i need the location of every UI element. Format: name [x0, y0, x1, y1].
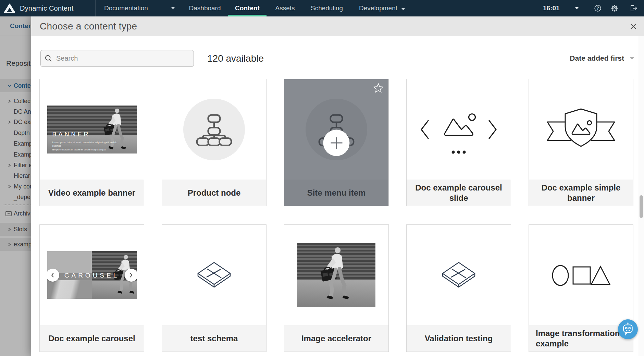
nav-item-content[interactable]: Content: [235, 0, 260, 16]
card-label: Validation testing: [425, 333, 493, 343]
chevron-right-icon: [7, 242, 11, 247]
sidebar-item-label: DC exa: [14, 119, 31, 126]
sidebar-item[interactable]: Depth: [0, 127, 31, 139]
nav-label: Content: [235, 4, 260, 12]
help-icon[interactable]: ?: [592, 0, 604, 16]
content-type-card[interactable]: Product node: [162, 79, 267, 206]
content-type-grid: BANNER Lorem ipsum dolor sit amet consec…: [39, 79, 634, 352]
sidebar-item[interactable]: Slots: [0, 223, 31, 236]
top-bar: Dynamic Content Documentation Dashboard …: [0, 0, 644, 16]
banner-photo: BANNER Lorem ipsum dolor sit amet consec…: [47, 106, 137, 154]
sidebar-divider: [3, 205, 31, 205]
nav-label: Assets: [275, 4, 295, 12]
sidebar-item[interactable]: Collect: [0, 95, 31, 107]
sidebar-item[interactable]: Filter e: [0, 159, 31, 171]
sidebar-item[interactable]: _depe: [0, 191, 31, 203]
modal-title: Choose a content type: [31, 21, 137, 32]
settings-icon[interactable]: [609, 0, 620, 16]
carousel-next-button[interactable]: [125, 269, 137, 282]
nav-item-scheduling[interactable]: Scheduling: [311, 0, 343, 16]
sidebar-item[interactable]: DC exa: [0, 116, 31, 128]
content-type-card[interactable]: BANNER Lorem ipsum dolor sit amet consec…: [39, 79, 144, 206]
card-label: Doc example carousel: [48, 333, 135, 343]
content-type-card[interactable]: Site menu item: [284, 79, 389, 206]
brand: Dynamic Content: [4, 0, 73, 16]
amplience-logo-icon[interactable]: [4, 3, 15, 13]
sidebar-item[interactable]: examp: [0, 238, 31, 251]
chevron-right-icon: [7, 227, 11, 232]
documentation-menu[interactable]: Documentation: [104, 0, 175, 16]
content-type-card[interactable]: Validation testing: [406, 224, 511, 352]
sidebar-item[interactable]: Archiv: [0, 208, 31, 219]
content-type-card[interactable]: test schema: [162, 224, 267, 352]
scrollbar[interactable]: [638, 36, 644, 356]
card-visual: [162, 225, 266, 325]
sidebar-item-label: examp: [14, 241, 31, 248]
chevron-right-icon: [489, 121, 496, 138]
time-menu[interactable]: 16:01: [543, 0, 579, 16]
available-count: 120 available: [207, 50, 264, 67]
banner-copy: Lorem ipsum dolor sit amet consectetur a…: [52, 141, 124, 152]
banner-title: BANNER: [52, 131, 90, 138]
card-label: Doc example carousel slide: [413, 183, 505, 203]
nav-label: Dashboard: [189, 4, 221, 12]
app-window: Dynamic Content Documentation Dashboard …: [0, 0, 644, 356]
svg-text:?: ?: [596, 6, 599, 11]
sidebar-item-label: _depe: [14, 194, 30, 201]
card-visual: [162, 79, 266, 180]
chevron-down-icon: [7, 84, 12, 88]
card-label: Product node: [188, 188, 241, 198]
content-type-card[interactable]: Image accelerator: [284, 224, 389, 352]
sign-out-icon[interactable]: [628, 0, 639, 16]
nav-label: Development: [359, 4, 397, 12]
card-visual: BANNER Lorem ipsum dolor sit amet consec…: [40, 79, 144, 180]
search-input[interactable]: [55, 54, 189, 63]
content-type-card[interactable]: CAROUSEL Doc example carousel: [39, 224, 144, 352]
sidebar-tab-label: Content: [10, 22, 31, 30]
type-icon-circle: [183, 99, 245, 160]
card-visual: [407, 225, 511, 325]
clock-label: 16:01: [543, 4, 560, 12]
card-visual: [284, 225, 388, 325]
add-content-button[interactable]: [323, 130, 350, 156]
sort-dropdown[interactable]: Date added first: [568, 51, 636, 66]
sidebar-item[interactable]: Hierar: [0, 170, 31, 182]
nav-item-assets[interactable]: Assets: [275, 0, 295, 16]
card-label: Video example banner: [48, 188, 135, 198]
modal-header: Choose a content type: [31, 16, 644, 36]
scrollbar-thumb[interactable]: [640, 195, 643, 218]
sidebar-item-label: Hierar: [14, 172, 30, 180]
documentation-label: Documentation: [104, 4, 148, 12]
content-type-card[interactable]: Doc example simple banner: [529, 79, 633, 206]
chat-assistant-button[interactable]: [618, 319, 638, 339]
chevron-down-icon: [171, 7, 175, 9]
schema-diamond-icon: [195, 259, 233, 291]
chevron-down-icon: [630, 57, 634, 60]
sidebar-item[interactable]: Examp: [0, 149, 31, 160]
sort-label: Date added first: [570, 54, 624, 62]
favorite-star-icon[interactable]: [373, 83, 384, 93]
sidebar-item[interactable]: My con: [0, 181, 31, 192]
card-visual: CAROUSEL: [40, 225, 144, 325]
sidebar-item-label: My con: [14, 183, 31, 190]
app-title: Dynamic Content: [20, 4, 73, 12]
chevron-left-icon: [50, 272, 55, 278]
content-sidebar: Content Repositor Conte Collect DC Ann D…: [0, 16, 31, 356]
sidebar-item-label: DC Ann: [14, 108, 31, 115]
repositories-heading: Repositor: [6, 58, 31, 69]
sidebar-item[interactable]: Examp: [0, 138, 31, 149]
nav-item-development[interactable]: Development: [359, 0, 405, 16]
chevron-left-icon: [421, 121, 428, 138]
chevron-right-icon: [7, 184, 11, 189]
content-type-card[interactable]: Doc example carousel slide: [406, 79, 511, 206]
nav-item-dashboard[interactable]: Dashboard: [189, 0, 221, 16]
sidebar-item[interactable]: DC Ann: [0, 106, 31, 118]
content-type-card[interactable]: Image transformation example: [529, 224, 633, 352]
search-icon: [45, 55, 52, 62]
sidebar-tab-content[interactable]: Content: [0, 16, 31, 36]
sidebar-item[interactable]: Conte: [0, 79, 31, 92]
sidebar-item-label: Filter e: [14, 162, 31, 169]
close-icon[interactable]: [629, 22, 638, 31]
card-label: test schema: [190, 333, 238, 343]
shield-banner-icon: [544, 105, 618, 155]
